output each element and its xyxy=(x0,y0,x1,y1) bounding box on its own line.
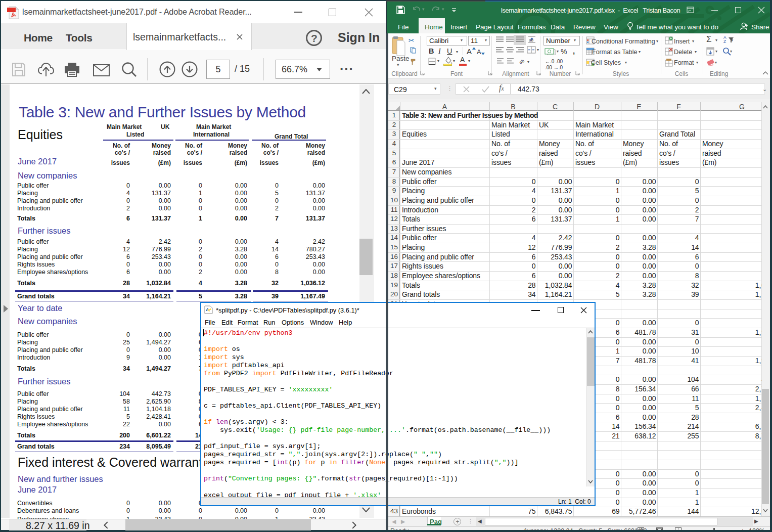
svg-text:ab: ab xyxy=(529,38,533,42)
svg-text:ab: ab xyxy=(518,58,525,65)
